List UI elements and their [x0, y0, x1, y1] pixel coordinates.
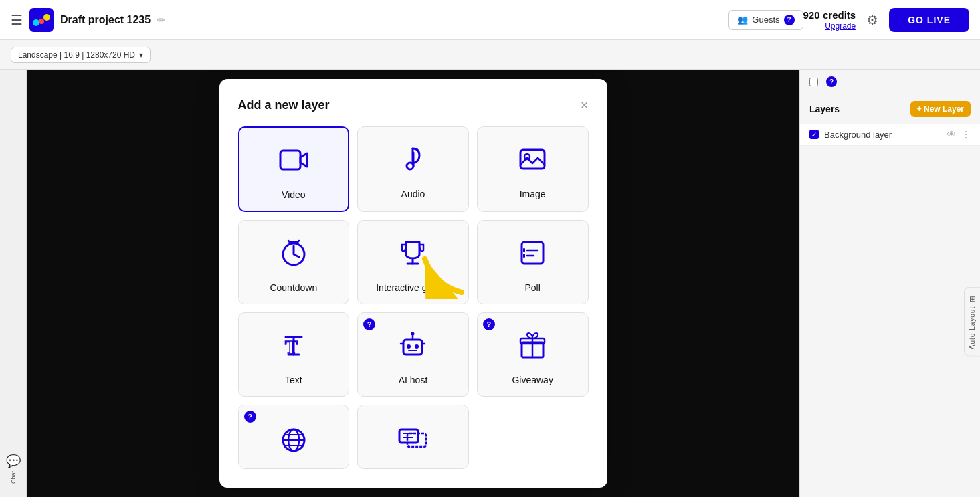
- new-layer-button[interactable]: + New Layer: [910, 101, 971, 117]
- trophy-icon: [397, 237, 429, 273]
- audio-icon: [397, 143, 429, 179]
- image-icon: [516, 143, 549, 179]
- layer-card-giveaway[interactable]: ? Giveaway: [477, 312, 589, 397]
- chat-sidebar-section: 💬 Chat: [6, 454, 21, 484]
- countdown-label: Countdown: [270, 282, 317, 293]
- modal-close-button[interactable]: ×: [581, 98, 589, 113]
- globe-badge: ?: [244, 411, 256, 423]
- robot-icon: [397, 329, 429, 365]
- svg-rect-34: [407, 433, 426, 447]
- layers-header: Layers + New Layer: [800, 94, 980, 124]
- video-label: Video: [282, 189, 306, 200]
- globe-icon: [278, 421, 310, 458]
- layer-card-video[interactable]: Video: [238, 126, 350, 212]
- svg-rect-11: [522, 242, 543, 264]
- svg-point-2: [43, 14, 50, 21]
- poll-label: Poll: [524, 282, 540, 293]
- layer-card-audio[interactable]: Audio: [357, 126, 469, 212]
- autosync-row: ?: [800, 70, 980, 94]
- svg-text:T: T: [285, 336, 298, 357]
- layer-card-poll[interactable]: Poll: [477, 220, 589, 304]
- resolution-select[interactable]: Landscape | 16:9 | 1280x720 HD ▾: [11, 47, 151, 63]
- gift-icon: [516, 329, 549, 365]
- auto-layout-icon: ⊞: [969, 294, 976, 303]
- text-icon: T: [278, 329, 310, 365]
- ai-host-badge: ?: [363, 318, 375, 330]
- layers-grid: Video Audio: [238, 126, 589, 469]
- autosync-checkbox[interactable]: [809, 78, 818, 86]
- subbar: Landscape | 16:9 | 1280x720 HD ▾: [0, 40, 980, 70]
- svg-point-22: [411, 332, 415, 336]
- auto-layout-tab[interactable]: ⊞ Auto Layout: [964, 286, 980, 356]
- go-live-button[interactable]: GO LIVE: [889, 8, 969, 32]
- menu-icon[interactable]: ☰: [11, 12, 23, 28]
- layer-name-background: Background layer: [824, 130, 892, 140]
- chat-icon[interactable]: 💬: [6, 454, 21, 468]
- svg-rect-14: [523, 248, 525, 252]
- main-layout: 💬 Chat Add a new layer ×: [0, 70, 980, 497]
- svg-rect-6: [520, 150, 545, 169]
- layer-card-slides[interactable]: [357, 405, 469, 469]
- svg-rect-33: [399, 429, 418, 443]
- svg-rect-15: [523, 254, 525, 258]
- modal-overlay: Add a new layer × Video: [27, 70, 799, 497]
- dropdown-icon: ▾: [139, 50, 143, 60]
- image-label: Image: [520, 189, 546, 199]
- giveaway-label: Giveaway: [512, 375, 553, 385]
- topbar-left: ☰ Draft project 1235 ✏: [11, 8, 728, 32]
- topbar-right: 920 credits Upgrade ⚙ GO LIVE: [803, 8, 969, 32]
- layer-item-background: Background layer 👁 ⋮: [800, 124, 980, 146]
- interactive-games-label: Interactive games: [376, 282, 450, 293]
- chat-label: Chat: [10, 471, 17, 484]
- layer-card-interactive-games[interactable]: Interactive games: [357, 220, 469, 304]
- autosync-label: ?: [809, 76, 837, 87]
- layer-menu-icon[interactable]: ⋮: [961, 129, 971, 140]
- topbar-center: 👥 Guests ?: [728, 10, 803, 30]
- guests-icon: 👥: [737, 15, 748, 25]
- layer-card-ai-host[interactable]: ?: [357, 312, 469, 397]
- video-icon: [278, 144, 310, 180]
- auto-layout-label: Auto Layout: [969, 306, 976, 349]
- autosync-info-icon: ?: [826, 76, 837, 87]
- text-label: Text: [285, 375, 302, 385]
- countdown-icon: [278, 237, 310, 273]
- slides-icon: [397, 421, 429, 458]
- layers-title: Layers: [809, 104, 840, 114]
- settings-icon[interactable]: ⚙: [866, 12, 878, 28]
- edit-icon[interactable]: ✏: [157, 15, 165, 25]
- credits-area: 920 credits Upgrade: [803, 9, 856, 31]
- svg-rect-4: [280, 151, 300, 169]
- svg-rect-17: [403, 340, 422, 355]
- credits-number: 920: [803, 9, 820, 21]
- logo-icon: [29, 8, 54, 32]
- layer-card-image[interactable]: Image: [477, 126, 589, 212]
- canvas-area: Add a new layer × Video: [27, 70, 799, 497]
- layer-actions: 👁 ⋮: [947, 129, 971, 140]
- resolution-label: Landscape | 16:9 | 1280x720 HD: [18, 50, 135, 60]
- modal-header: Add a new layer ×: [238, 98, 589, 113]
- svg-point-3: [39, 19, 44, 24]
- right-sidebar: ? Layers + New Layer Background layer 👁 …: [799, 70, 980, 497]
- layer-card-globe[interactable]: ?: [238, 405, 350, 469]
- svg-point-19: [415, 344, 419, 349]
- upgrade-link[interactable]: Upgrade: [803, 21, 856, 31]
- project-name: Draft project 1235: [60, 14, 151, 26]
- left-sidebar: 💬 Chat: [0, 70, 27, 497]
- ai-host-label: AI host: [399, 375, 428, 385]
- svg-point-1: [33, 19, 39, 26]
- svg-point-18: [407, 344, 411, 349]
- add-layer-modal: Add a new layer × Video: [219, 79, 607, 488]
- guests-label: Guests: [752, 15, 779, 25]
- credits-label: credits: [823, 9, 856, 21]
- layer-card-text[interactable]: T Text: [238, 312, 350, 397]
- poll-icon: [516, 237, 549, 273]
- giveaway-badge: ?: [483, 318, 495, 330]
- audio-label: Audio: [401, 189, 425, 199]
- layer-left: Background layer: [809, 130, 892, 140]
- modal-title: Add a new layer: [238, 98, 330, 112]
- layer-checkbox[interactable]: [809, 130, 819, 139]
- guests-info-icon: ?: [784, 15, 795, 25]
- layer-card-countdown[interactable]: Countdown: [238, 220, 350, 304]
- guests-button[interactable]: 👥 Guests ?: [728, 10, 803, 30]
- layer-visible-icon[interactable]: 👁: [947, 129, 956, 140]
